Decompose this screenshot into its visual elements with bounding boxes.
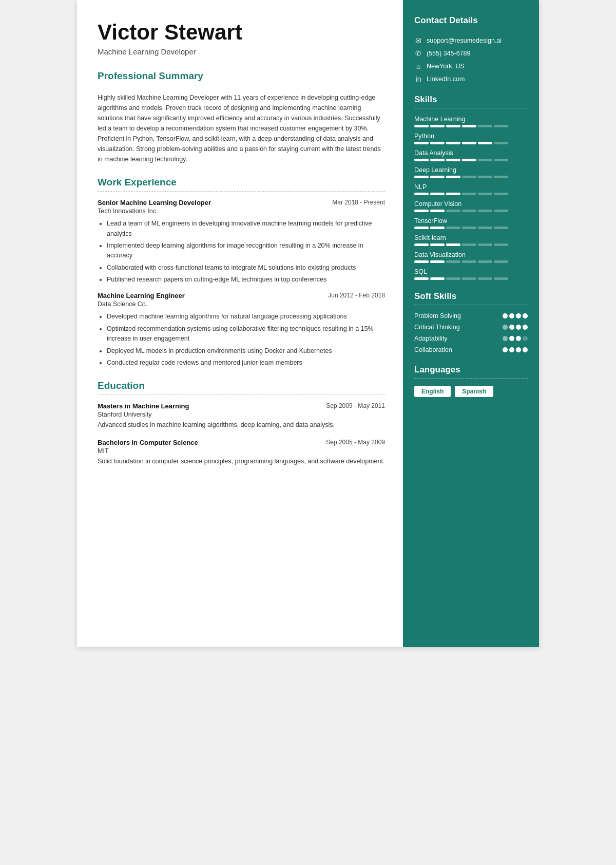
skill-bar-segment: [478, 159, 492, 161]
skill-bar-segment: [414, 176, 429, 178]
skill-bar-segment: [414, 193, 429, 195]
skill-item: Computer Vision: [414, 200, 528, 212]
languages-title: Languages: [414, 365, 528, 375]
edu-item: Bachelors in Computer Science Sep 2005 -…: [98, 439, 385, 466]
edu-date: Sep 2009 - May 2011: [326, 402, 385, 409]
skill-bar-segment: [430, 227, 445, 229]
dot: [523, 336, 528, 341]
skill-bar-segment: [494, 210, 508, 212]
skill-bar-segment: [414, 277, 429, 280]
skill-bar-segment: [430, 142, 445, 144]
list-item: Conducted regular code reviews and mento…: [107, 358, 385, 368]
contact-text: NewYork, US: [427, 63, 465, 70]
skill-name: Deep Learning: [414, 166, 528, 174]
skill-bar-segment: [414, 210, 429, 212]
skill-bar-segment: [478, 142, 492, 144]
list-item: Implemented deep learning algorithms for…: [107, 241, 385, 261]
contact-item: ⌂ NewYork, US: [414, 62, 528, 70]
summary-text: Highly skilled Machine Learning Develope…: [98, 92, 385, 164]
skill-bar-segment: [462, 193, 476, 195]
skill-bar-segment: [430, 277, 445, 280]
soft-skill-item: Critical Thinking: [414, 324, 528, 331]
edu-desc: Advanced studies in machine learning alg…: [98, 420, 385, 430]
language-badge: English: [414, 386, 451, 397]
skill-item: Data Visualization: [414, 251, 528, 263]
skill-bar-segment: [430, 176, 445, 178]
skill-bar: [414, 260, 528, 263]
job-bullets: Developed machine learning algorithms fo…: [98, 312, 385, 368]
job-date: Jun 2012 - Feb 2018: [328, 292, 385, 299]
contact-text: LinkedIn.com: [427, 76, 465, 83]
skill-item: Deep Learning: [414, 166, 528, 178]
summary-title: Professional Summary: [98, 70, 385, 82]
skill-bar-segment: [414, 260, 429, 263]
soft-skill-item: Adaptability: [414, 335, 528, 342]
dot: [523, 313, 528, 318]
skill-bar: [414, 142, 528, 144]
skill-bar-segment: [446, 243, 460, 246]
soft-skill-name: Problem Solving: [414, 312, 461, 319]
job-item: Machine Learning Engineer Jun 2012 - Feb…: [98, 292, 385, 368]
right-column: Contact Details ✉ support@resumedesign.a…: [403, 0, 539, 647]
work-experience-title: Work Experience: [98, 177, 385, 188]
skill-bar-segment: [494, 176, 508, 178]
skill-bar-segment: [446, 159, 460, 161]
resume-container: Victor Stewart Machine Learning Develope…: [77, 0, 539, 647]
skill-name: Machine Learning: [414, 116, 528, 123]
languages-section: Languages EnglishSpanish: [414, 365, 528, 397]
skill-bar-segment: [462, 159, 476, 161]
skill-bar-segment: [478, 193, 492, 195]
skill-name: Computer Vision: [414, 200, 528, 208]
skill-bar-segment: [414, 125, 429, 127]
dot: [509, 313, 514, 318]
skill-bar-segment: [414, 227, 429, 229]
edu-degree: Masters in Machine Learning: [98, 402, 189, 410]
language-badge: Spanish: [455, 386, 493, 397]
soft-skill-item: Collaboration: [414, 346, 528, 353]
dot: [516, 347, 521, 352]
skill-bar: [414, 210, 528, 212]
contact-section: Contact Details ✉ support@resumedesign.a…: [414, 15, 528, 83]
edu-school: MIT: [98, 447, 385, 455]
skill-bar-segment: [494, 159, 508, 161]
skills-title: Skills: [414, 95, 528, 105]
list-item: Published research papers on cutting-edg…: [107, 275, 385, 285]
skill-item: Python: [414, 133, 528, 144]
skill-bar-segment: [446, 227, 460, 229]
skill-bar: [414, 159, 528, 161]
skill-bar-segment: [446, 125, 460, 127]
skill-name: NLP: [414, 183, 528, 191]
skill-bar-segment: [430, 243, 445, 246]
edu-item: Masters in Machine Learning Sep 2009 - M…: [98, 402, 385, 430]
skills-section: Skills Machine Learning Python Data Anal…: [414, 95, 528, 280]
skill-bar-segment: [494, 277, 508, 280]
skill-bar: [414, 243, 528, 246]
skill-bar-segment: [430, 159, 445, 161]
skill-item: Scikit-learn: [414, 234, 528, 246]
skill-bar-segment: [494, 142, 508, 144]
skill-bar-segment: [462, 277, 476, 280]
skill-bar-segment: [446, 210, 460, 212]
soft-skills-title: Soft Skills: [414, 291, 528, 302]
education-divider: [98, 394, 385, 395]
skill-bar-segment: [478, 125, 492, 127]
list-item: Developed machine learning algorithms fo…: [107, 312, 385, 322]
skill-item: NLP: [414, 183, 528, 195]
contact-icon: ✉: [414, 36, 422, 45]
skill-item: Data Analysis: [414, 149, 528, 161]
skill-bar-segment: [414, 243, 429, 246]
skill-bar-segment: [430, 210, 445, 212]
dot: [509, 347, 514, 352]
dot: [516, 336, 521, 341]
work-experience-section: Work Experience Senior Machine Learning …: [98, 177, 385, 368]
contact-text: support@resumedesign.ai: [427, 37, 502, 44]
summary-divider: [98, 85, 385, 85]
contact-icon: in: [414, 75, 422, 83]
job-title-text: Machine Learning Engineer: [98, 292, 185, 299]
job-company: Data Science Co.: [98, 300, 385, 308]
contact-text: (555) 345-6789: [427, 50, 470, 57]
soft-skills-divider: [414, 305, 528, 305]
skill-name: Data Analysis: [414, 149, 528, 157]
skill-bar: [414, 227, 528, 229]
skill-bar-segment: [494, 243, 508, 246]
